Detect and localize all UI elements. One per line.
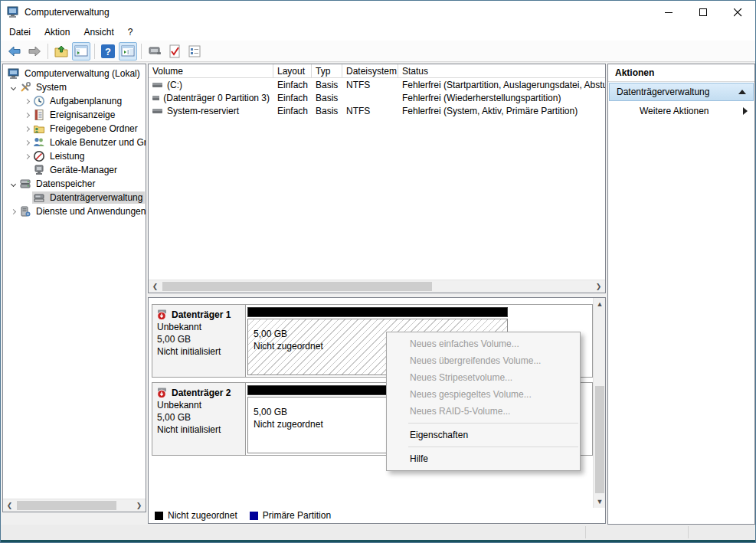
scroll-left-icon[interactable]: ❮ (149, 280, 162, 293)
checklist-button[interactable] (185, 42, 204, 61)
forward-icon (27, 44, 42, 59)
legend-bar: Nicht zugeordnet Primäre Partition (149, 508, 605, 523)
tree-item-root[interactable]: Computerverwaltung (Lokal) (3, 67, 146, 80)
tree-item-datentraegerverwaltung[interactable]: Datenträgerverwaltung (3, 191, 146, 204)
volume-row-system-reserved[interactable]: System-reserviert Einfach Basis NTFS Feh… (149, 104, 605, 117)
up-one-level-button[interactable] (52, 42, 70, 61)
legend-label-unallocated: Nicht zugeordnet (168, 510, 237, 521)
forward-button[interactable] (25, 42, 44, 61)
menu-item-properties[interactable]: Eigenschaften (387, 427, 580, 443)
actions-header: Aktionen (608, 64, 754, 82)
tree-item-datenspeicher[interactable]: Datenspeicher (3, 177, 146, 191)
chevron-right-icon[interactable] (21, 123, 32, 134)
tree-item-aufgabenplanung[interactable]: Aufgabenplanung (3, 94, 146, 108)
performance-icon (33, 150, 45, 162)
menu-datei[interactable]: Datei (2, 25, 38, 39)
scroll-down-icon[interactable]: ▼ (594, 496, 606, 508)
minimize-button[interactable] (652, 1, 686, 24)
disk-2-label-cell[interactable]: Datenträger 2 Unbekannt 5,00 GB Nicht in… (152, 383, 246, 455)
menu-item-new-spanned-volume[interactable]: Neues übergreifendes Volume... (387, 352, 580, 369)
column-header-status[interactable]: Status (398, 64, 605, 78)
tree-horizontal-scrollbar[interactable]: ❮ ❯ (3, 499, 146, 512)
column-header-volume[interactable]: Volume (149, 64, 273, 78)
scrollbar-thumb[interactable] (162, 282, 432, 291)
svg-text:?: ? (105, 46, 111, 57)
chevron-right-icon[interactable] (21, 96, 32, 106)
column-header-dateisystem[interactable]: Dateisystem (342, 64, 398, 78)
tree-item-label: System (34, 81, 69, 93)
check-document-button[interactable] (165, 42, 184, 61)
back-button[interactable] (5, 42, 24, 61)
volume-row-c[interactable]: (C:) Einfach Basis NTFS Fehlerfrei (Star… (149, 78, 605, 91)
volume-typ: Basis (312, 106, 342, 116)
actions-item-more-actions[interactable]: Weitere Aktionen (608, 102, 754, 120)
chevron-right-icon[interactable] (21, 151, 32, 162)
tree-item-freigegebene-ordner[interactable]: Freigegebene Ordner (3, 122, 146, 136)
services-icon (19, 205, 31, 218)
menu-item-help[interactable]: Hilfe (387, 450, 580, 467)
tree-item-ereignisanzeige[interactable]: Ereignisanzeige (3, 108, 146, 122)
console-window-button[interactable] (146, 42, 164, 61)
disk-type: Unbekannt (157, 399, 242, 411)
chevron-down-icon[interactable] (8, 178, 18, 189)
chevron-right-icon[interactable] (8, 206, 18, 217)
tree-item-lokale-benutzer[interactable]: Lokale Benutzer und Gru (3, 136, 146, 149)
volume-name: (C:) (167, 80, 182, 90)
tree-item-system[interactable]: System (3, 80, 146, 94)
no-chevron (21, 192, 32, 203)
menu-item-new-mirrored-volume[interactable]: Neues gespiegeltes Volume... (387, 386, 580, 403)
volume-list-horizontal-scrollbar[interactable]: ❮ ❯ (149, 280, 605, 293)
menu-item-new-raid5-volume[interactable]: Neues RAID-5-Volume... (387, 403, 580, 420)
menu-bar: Datei Aktion Ansicht ? (1, 24, 755, 41)
show-console-tree-button[interactable] (72, 42, 90, 61)
column-header-layout[interactable]: Layout (273, 64, 312, 78)
storage-icon (19, 178, 31, 190)
help-button[interactable]: ? (99, 42, 117, 61)
volume-layout: Einfach (273, 106, 312, 116)
actions-group-disk-management[interactable]: Datenträgerverwaltung (609, 83, 754, 101)
tree-item-label: Ereignisanzeige (47, 109, 117, 121)
menu-item-new-striped-volume[interactable]: Neues Stripesetvolume... (387, 369, 580, 386)
disk-size: 5,00 GB (157, 333, 242, 345)
volume-icon (152, 81, 163, 89)
scroll-up-icon[interactable]: ▲ (594, 298, 606, 310)
disk-pane-vertical-scrollbar[interactable]: ▲ ▼ (593, 298, 605, 508)
show-action-pane-button[interactable] (119, 42, 137, 61)
maximize-button[interactable] (686, 1, 721, 24)
scrollbar-thumb[interactable] (17, 501, 116, 510)
scroll-right-icon[interactable]: ❯ (592, 280, 605, 293)
tree-item-label: Dienste und Anwendungen (34, 205, 146, 218)
volume-row-recovery[interactable]: (Datenträger 0 Partition 3) Einfach Basi… (149, 91, 605, 104)
partition-type-strip (247, 307, 508, 317)
tree-item-dienste[interactable]: Dienste und Anwendungen (3, 204, 146, 218)
column-header-typ[interactable]: Typ (312, 64, 342, 78)
disk-name: Datenträger 2 (172, 387, 231, 399)
chevron-right-icon[interactable] (21, 110, 32, 120)
window-bottom-border (1, 540, 755, 542)
menu-item-new-simple-volume[interactable]: Neues einfaches Volume... (387, 335, 580, 352)
window-title: Computerverwaltung (25, 7, 110, 18)
menu-aktion[interactable]: Aktion (38, 25, 77, 39)
actions-group-label: Datenträgerverwaltung (617, 87, 738, 97)
volume-status: Fehlerfrei (Startpartition, Auslagerungs… (398, 80, 605, 90)
volume-layout: Einfach (273, 93, 312, 103)
tree-item-leistung[interactable]: Leistung (3, 149, 146, 163)
collapse-icon[interactable] (738, 90, 746, 94)
chevron-down-icon[interactable] (8, 82, 18, 93)
close-icon (734, 8, 742, 17)
menu-ansicht[interactable]: Ansicht (77, 25, 120, 39)
scroll-left-icon[interactable]: ❮ (3, 499, 16, 512)
close-button[interactable] (721, 1, 755, 24)
scroll-right-icon[interactable]: ❯ (133, 499, 146, 512)
chevron-right-icon[interactable] (21, 137, 32, 148)
volume-typ: Basis (312, 80, 342, 90)
disk-1-label-cell[interactable]: Datenträger 1 Unbekannt 5,00 GB Nicht in… (152, 305, 246, 377)
menu-help[interactable]: ? (121, 25, 140, 39)
volume-table-header: Volume Layout Typ Dateisystem Status (149, 64, 605, 78)
console-window-icon (147, 44, 162, 59)
status-bar-divider (585, 526, 586, 538)
tree-item-geraete-manager[interactable]: Geräte-Manager (3, 163, 146, 177)
scrollbar-thumb[interactable] (595, 386, 604, 493)
legend-swatch-unallocated (155, 512, 163, 520)
tree-item-label: Leistung (47, 150, 87, 162)
